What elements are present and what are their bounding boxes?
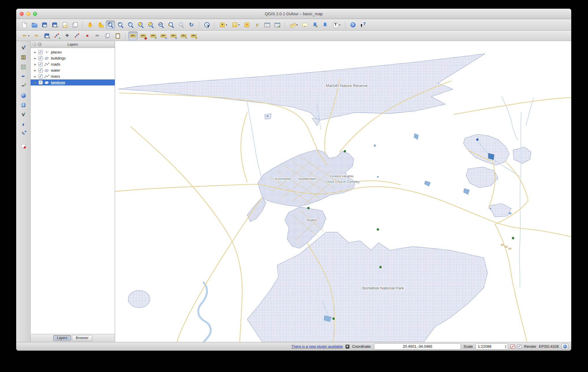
map-tips-button[interactable] xyxy=(300,21,310,29)
add-wfs-layer-button[interactable] xyxy=(19,111,28,119)
label-properties-button[interactable] xyxy=(189,31,198,40)
whats-this-button[interactable] xyxy=(358,21,368,29)
text-annotation-button[interactable] xyxy=(331,21,342,29)
close-window-button[interactable] xyxy=(20,12,24,16)
close-panel-button[interactable] xyxy=(33,42,36,46)
measure-button[interactable] xyxy=(288,21,299,29)
field-calculator-button[interactable] xyxy=(273,21,282,29)
scale-stepper-icon[interactable]: ▲▼ xyxy=(505,345,507,349)
new-project-button[interactable] xyxy=(20,21,29,29)
stop-rendering-icon[interactable] xyxy=(511,344,515,349)
open-folder-icon xyxy=(31,22,38,28)
refresh-map-button[interactable] xyxy=(187,21,196,29)
map-canvas[interactable]: Marloth Nature Reserve Koornland Swellen… xyxy=(115,41,571,342)
layer-row-roads[interactable]: roads xyxy=(31,61,115,67)
identify-features-button[interactable] xyxy=(202,21,211,29)
pan-map-button[interactable] xyxy=(86,21,95,29)
zoom-to-layer-button[interactable] xyxy=(156,21,166,29)
show-bookmarks-button[interactable] xyxy=(321,21,330,29)
render-checkbox[interactable] xyxy=(517,345,522,349)
new-print-composer-button[interactable] xyxy=(60,21,69,29)
coordinate-input[interactable] xyxy=(374,343,461,349)
crs-status-button[interactable] xyxy=(561,343,568,349)
save-project-button[interactable] xyxy=(40,21,49,29)
move-label-button[interactable] xyxy=(159,31,168,40)
toggle-editing-icon xyxy=(34,33,40,39)
add-postgis-layer-button[interactable] xyxy=(19,63,28,71)
show-hide-labels-button[interactable] xyxy=(149,31,158,40)
plugin-icon[interactable] xyxy=(345,345,350,349)
float-panel-button[interactable] xyxy=(38,42,42,46)
new-plugin-link[interactable]: There is a new plugin available xyxy=(291,344,343,349)
help-button[interactable] xyxy=(348,21,358,29)
add-delimited-text-layer-button[interactable] xyxy=(19,120,28,128)
expand-arrow-icon[interactable] xyxy=(34,69,37,72)
add-raster-layer-button[interactable] xyxy=(19,53,28,62)
add-oracle-layer-button[interactable] xyxy=(19,92,28,100)
zoom-to-selection-button[interactable] xyxy=(146,21,156,29)
expand-arrow-icon[interactable] xyxy=(34,57,37,60)
add-vector-layer-button[interactable] xyxy=(19,44,28,52)
open-project-button[interactable] xyxy=(30,21,39,29)
rotate-label-button[interactable] xyxy=(169,31,178,40)
save-layer-edits-button[interactable] xyxy=(42,31,51,40)
delete-selected-button[interactable] xyxy=(83,31,92,40)
current-edits-button[interactable] xyxy=(20,31,31,40)
add-wms-layer-button[interactable] xyxy=(19,101,28,109)
add-mssql-layer-button[interactable] xyxy=(19,82,28,90)
layer-checkbox[interactable] xyxy=(38,50,43,54)
save-project-as-button[interactable] xyxy=(50,21,59,29)
zoom-in-button[interactable] xyxy=(106,21,115,29)
minimize-window-button[interactable] xyxy=(26,12,30,16)
copy-features-button[interactable] xyxy=(103,31,112,40)
tab-browser[interactable]: Browser xyxy=(72,335,92,341)
pan-to-selection-button[interactable] xyxy=(96,21,105,29)
layer-checkbox[interactable] xyxy=(38,56,43,60)
layer-row-landuse[interactable]: landuse xyxy=(31,79,115,85)
feature-action-button[interactable] xyxy=(217,21,229,29)
layer-label: roads xyxy=(51,62,60,66)
add-spatialite-layer-button[interactable] xyxy=(19,72,28,81)
layer-checkbox[interactable] xyxy=(38,68,43,72)
select-by-expression-button[interactable] xyxy=(252,21,262,29)
expand-arrow-icon[interactable] xyxy=(34,63,37,66)
add-feature-button[interactable] xyxy=(52,31,62,40)
remove-layer-button[interactable] xyxy=(19,142,28,150)
labeling-button[interactable] xyxy=(128,31,138,40)
layer-checkbox[interactable] xyxy=(38,74,43,79)
move-feature-button[interactable] xyxy=(62,31,72,40)
expand-arrow-icon[interactable] xyxy=(34,75,37,78)
layer-checkbox[interactable] xyxy=(38,62,43,66)
cut-features-button[interactable] xyxy=(93,31,102,40)
expand-arrow-icon[interactable] xyxy=(34,51,37,54)
new-shapefile-layer-button[interactable] xyxy=(19,130,28,138)
expand-arrow-icon[interactable] xyxy=(34,81,37,84)
layer-row-buildings[interactable]: buildings xyxy=(31,55,115,61)
zoom-out-button[interactable] xyxy=(116,21,125,29)
zoom-window-button[interactable] xyxy=(33,12,37,16)
pin-labels-button[interactable] xyxy=(138,31,148,40)
layer-row-water[interactable]: water xyxy=(31,67,115,73)
add-mssql-layer-icon xyxy=(20,83,27,89)
zoom-next-button[interactable] xyxy=(177,21,186,29)
new-bookmark-button[interactable] xyxy=(310,21,320,29)
toggle-editing-button[interactable] xyxy=(32,31,41,40)
zoom-native-button[interactable] xyxy=(126,21,135,29)
measure-ruler-icon xyxy=(290,22,296,28)
node-tool-button[interactable] xyxy=(73,31,82,40)
deselect-features-button[interactable] xyxy=(242,21,252,29)
select-features-button[interactable] xyxy=(230,21,241,29)
scale-combo[interactable]: 1:22088 ▲▼ xyxy=(476,343,508,349)
window-titlebar[interactable]: QGIS 2.0.1-Dufour – basic_map xyxy=(16,9,571,19)
layer-row-places[interactable]: places xyxy=(31,49,115,55)
composer-manager-button[interactable] xyxy=(70,21,79,29)
tab-layers[interactable]: Layers xyxy=(53,335,71,341)
paste-features-button[interactable] xyxy=(113,31,122,40)
layer-row-rivers[interactable]: rivers xyxy=(31,73,115,79)
open-attribute-table-button[interactable] xyxy=(262,21,272,29)
layer-tree[interactable]: places buildings roads xyxy=(31,48,115,334)
change-label-button[interactable] xyxy=(179,31,188,40)
zoom-last-button[interactable] xyxy=(167,21,176,29)
layer-checkbox[interactable] xyxy=(38,80,43,85)
zoom-full-button[interactable] xyxy=(136,21,145,29)
